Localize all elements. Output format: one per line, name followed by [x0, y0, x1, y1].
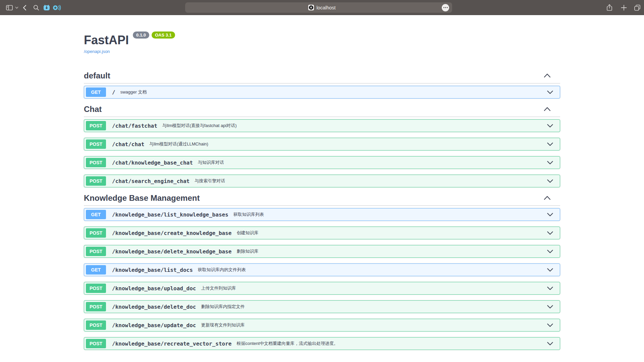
chevron-down-icon: [547, 231, 553, 235]
chevron-up-icon: [544, 107, 551, 111]
endpoint-path: /knowledge_base/create_knowledge_base: [112, 230, 231, 236]
endpoint-row[interactable]: POST /knowledge_base/delete_doc 删除知识库内指定…: [84, 300, 560, 313]
expand-endpoint-button[interactable]: [547, 142, 553, 146]
endpoint-description: 获取知识库列表: [233, 212, 264, 218]
openapi-spec-link[interactable]: /openapi.json: [84, 49, 110, 54]
chevron-down-icon: [547, 179, 553, 183]
section-header[interactable]: Chat: [84, 104, 560, 117]
chevron-down-icon: [547, 342, 553, 346]
endpoint-row[interactable]: GET / swagger 文档: [84, 86, 560, 99]
back-icon[interactable]: [22, 0, 28, 15]
expand-endpoint-button[interactable]: [547, 161, 553, 165]
page-menu-ellipsis-icon[interactable]: [442, 4, 449, 11]
endpoint-row[interactable]: POST /knowledge_base/update_doc 更新现有文件到知…: [84, 319, 560, 331]
endpoint-description: 上传文件到知识库: [201, 285, 236, 291]
endpoint-description: 与搜索引擎对话: [195, 178, 225, 184]
expand-endpoint-button[interactable]: [547, 90, 553, 94]
fastapi-favicon: [308, 5, 314, 10]
address-bar[interactable]: localhost: [185, 2, 452, 13]
section-endpoints: GET / swagger 文档: [84, 83, 560, 99]
chevron-down-icon: [547, 213, 553, 217]
search-icon[interactable]: [33, 0, 40, 15]
expand-endpoint-button[interactable]: [547, 213, 553, 217]
endpoint-row[interactable]: POST /knowledge_base/create_knowledge_ba…: [84, 227, 560, 239]
method-badge: POST: [86, 139, 106, 149]
method-badge: POST: [86, 339, 106, 348]
expand-endpoint-button[interactable]: [547, 124, 553, 128]
endpoint-path: /chat/search_engine_chat: [112, 178, 190, 184]
section-header[interactable]: default: [84, 71, 560, 83]
endpoint-path: /chat/knowledge_base_chat: [112, 160, 193, 166]
expand-endpoint-button[interactable]: [547, 305, 553, 309]
endpoint-path: /knowledge_base/list_docs: [112, 267, 193, 273]
endpoint-description: 删除知识库内指定文件: [201, 304, 245, 310]
endpoint-description: 根据content中文档重建向量库，流式输出处理进度。: [236, 341, 338, 347]
section-title-text: Knowledge Base Management: [84, 193, 200, 203]
endpoint-row[interactable]: POST /chat/knowledge_base_chat 与知识库对话: [84, 156, 560, 169]
expand-endpoint-button[interactable]: [547, 250, 553, 253]
endpoint-row[interactable]: POST /knowledge_base/upload_doc 上传文件到知识库: [84, 282, 560, 295]
chevron-down-icon[interactable]: [15, 0, 19, 15]
chevron-down-icon: [547, 161, 553, 165]
endpoint-path: /knowledge_base/recreate_vector_store: [112, 341, 231, 347]
expand-endpoint-button[interactable]: [547, 268, 553, 272]
method-badge: POST: [86, 284, 106, 293]
endpoint-row[interactable]: POST /knowledge_base/delete_knowledge_ba…: [84, 245, 560, 258]
endpoint-row[interactable]: GET /knowledge_base/list_knowledge_bases…: [84, 208, 560, 221]
method-badge: POST: [86, 302, 106, 311]
endpoint-row[interactable]: POST /chat/chat 与llm模型对话(通过LLMChain): [84, 138, 560, 150]
chevron-up-icon: [544, 196, 551, 200]
api-section: Chat POST /chat/fastchat 与llm模型对话(直接与fas…: [84, 104, 560, 187]
endpoint-description: 创建知识库: [236, 230, 258, 236]
new-tab-plus-icon[interactable]: [621, 0, 627, 15]
endpoint-description: 与llm模型对话(通过LLMChain): [149, 141, 208, 147]
endpoint-path: /knowledge_base/delete_knowledge_base: [112, 248, 231, 255]
endpoint-row[interactable]: POST /knowledge_base/recreate_vector_sto…: [84, 337, 560, 350]
extension-broadcast-icon[interactable]: [52, 0, 62, 15]
endpoint-row[interactable]: POST /chat/search_engine_chat 与搜索引擎对话: [84, 175, 560, 187]
method-badge: POST: [86, 247, 106, 256]
endpoint-row[interactable]: GET /knowledge_base/list_docs 获取知识库内的文件列…: [84, 263, 560, 276]
method-badge: POST: [86, 320, 106, 330]
expand-endpoint-button[interactable]: [547, 287, 553, 290]
endpoint-row[interactable]: POST /chat/fastchat 与llm模型对话(直接与fastchat…: [84, 119, 560, 132]
chevron-down-icon: [547, 90, 553, 94]
chevron-down-icon: [547, 250, 553, 253]
chevron-down-icon: [547, 124, 553, 128]
expand-endpoint-button[interactable]: [547, 342, 553, 346]
section-endpoints: GET /knowledge_base/list_knowledge_bases…: [84, 206, 560, 350]
chevron-down-icon: [547, 323, 553, 327]
chevron-down-icon: [547, 287, 553, 290]
endpoint-description: swagger 文档: [120, 89, 147, 95]
sidebar-icon[interactable]: [5, 0, 13, 15]
section-title-text: default: [84, 71, 110, 80]
tab-overview-icon[interactable]: [633, 0, 641, 15]
collapse-section-button[interactable]: [544, 196, 551, 200]
oas-badge: OAS 3.1: [152, 32, 175, 39]
expand-endpoint-button[interactable]: [547, 231, 553, 235]
section-endpoints: POST /chat/fastchat 与llm模型对话(直接与fastchat…: [84, 117, 560, 187]
endpoint-path: /chat/fastchat: [112, 123, 157, 129]
section-title-text: Chat: [84, 104, 102, 114]
method-badge: POST: [86, 158, 106, 167]
endpoint-description: 删除知识库: [236, 248, 258, 254]
api-section: default GET / swagger 文档: [84, 71, 560, 99]
chevron-down-icon: [547, 305, 553, 309]
method-badge: POST: [86, 228, 106, 238]
share-icon[interactable]: [606, 0, 613, 15]
endpoint-path: /chat/chat: [112, 141, 144, 147]
endpoint-path: /knowledge_base/update_doc: [112, 322, 196, 328]
collapse-section-button[interactable]: [544, 73, 551, 78]
endpoint-path: /: [112, 89, 115, 96]
endpoint-description: 与知识库对话: [198, 160, 224, 166]
method-badge: POST: [86, 176, 106, 186]
collapse-section-button[interactable]: [544, 107, 551, 111]
extension-shield-icon[interactable]: [43, 0, 51, 15]
expand-endpoint-button[interactable]: [547, 323, 553, 327]
endpoint-description: 与llm模型对话(直接与fastchat api对话): [162, 123, 237, 129]
browser-toolbar: localhost: [0, 0, 644, 15]
expand-endpoint-button[interactable]: [547, 179, 553, 183]
section-header[interactable]: Knowledge Base Management: [84, 193, 560, 206]
swagger-page: FastAPI 0.1.0 OAS 3.1 /openapi.json defa…: [84, 15, 560, 350]
url-host: localhost: [316, 5, 335, 10]
